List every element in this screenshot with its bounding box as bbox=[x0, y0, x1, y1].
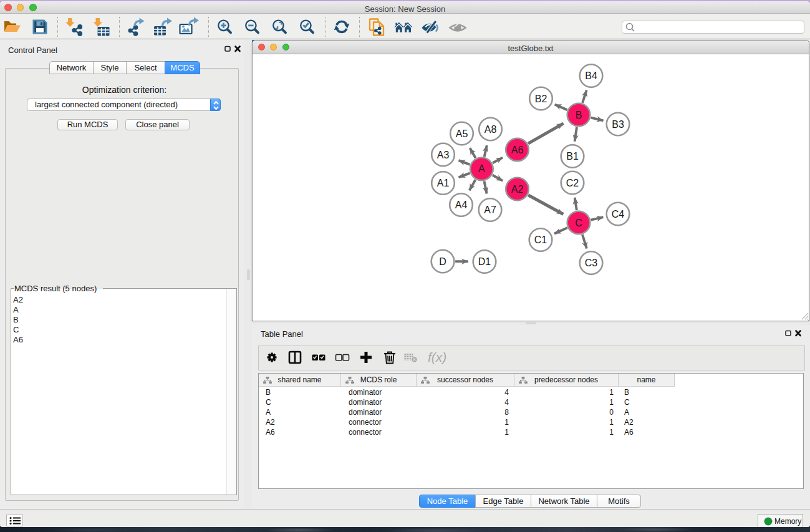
svg-text:f(x): f(x) bbox=[428, 350, 446, 364]
svg-text:B4: B4 bbox=[585, 70, 597, 81]
svg-text:D1: D1 bbox=[478, 256, 491, 267]
svg-text:A4: A4 bbox=[455, 200, 468, 210]
svg-text:A6: A6 bbox=[511, 145, 524, 155]
svg-text:B1: B1 bbox=[566, 151, 579, 162]
svg-text:C2: C2 bbox=[566, 178, 579, 188]
svg-text:B3: B3 bbox=[612, 119, 624, 130]
svg-text:D: D bbox=[439, 256, 446, 267]
svg-text:A3: A3 bbox=[437, 150, 450, 160]
svg-text:A8: A8 bbox=[485, 124, 497, 135]
svg-text:A1: A1 bbox=[437, 178, 450, 188]
svg-text:A5: A5 bbox=[456, 128, 468, 139]
svg-text:A: A bbox=[478, 163, 485, 174]
svg-text:C: C bbox=[575, 218, 582, 228]
svg-text:C3: C3 bbox=[585, 258, 598, 268]
svg-text:A2: A2 bbox=[511, 184, 524, 195]
svg-text:C4: C4 bbox=[612, 209, 625, 220]
svg-text:A7: A7 bbox=[484, 205, 496, 215]
svg-text:B: B bbox=[576, 110, 582, 120]
svg-text:C1: C1 bbox=[534, 235, 547, 245]
svg-text:B2: B2 bbox=[535, 94, 547, 104]
